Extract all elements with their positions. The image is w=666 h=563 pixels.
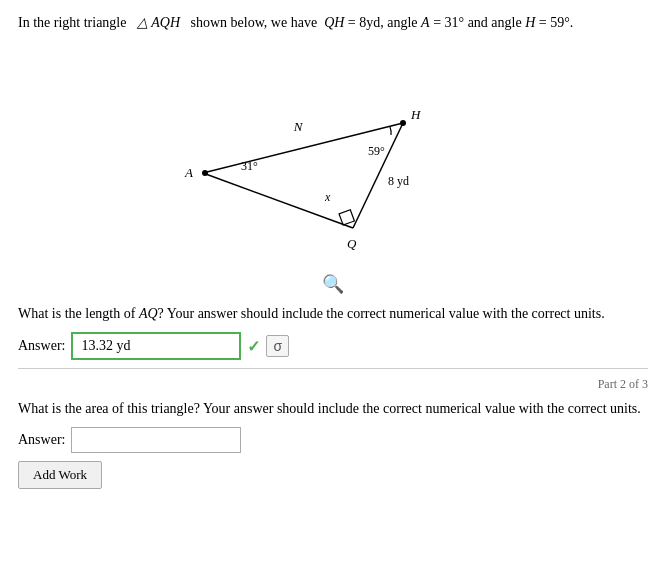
add-work-container: Add Work: [18, 461, 648, 489]
section-divider: [18, 368, 648, 369]
svg-point-4: [202, 170, 208, 176]
diagram-container: N H A 31° x 59° 8 yd Q: [18, 43, 648, 263]
label-h: H: [410, 107, 421, 122]
add-work-button[interactable]: Add Work: [18, 461, 102, 489]
label-x: x: [324, 190, 331, 204]
triangle-name: △ AQH: [137, 15, 180, 30]
qh-label: QH: [324, 15, 344, 30]
label-59deg: 59°: [368, 144, 385, 158]
answer2-label: Answer:: [18, 432, 65, 448]
question1-text: What is the length of AQ? Your answer sh…: [18, 303, 648, 324]
statement-middle: shown below, we have: [191, 15, 318, 30]
angle-h-label: H: [525, 15, 535, 30]
q1-prefix: What is the length of: [18, 306, 135, 321]
svg-rect-3: [339, 210, 354, 225]
label-31deg: 31°: [241, 159, 258, 173]
zoom-icon-container: 🔍: [18, 273, 648, 295]
answer2-input[interactable]: [71, 427, 241, 453]
answer1-input[interactable]: [71, 332, 241, 360]
svg-point-5: [400, 120, 406, 126]
problem-statement: In the right triangle △ AQH shown below,…: [18, 12, 648, 33]
check-icon: ✓: [247, 337, 260, 356]
statement-prefix: In the right triangle: [18, 15, 126, 30]
sigma-button[interactable]: σ: [266, 335, 289, 357]
svg-line-0: [203, 173, 353, 228]
q1-variable: AQ: [139, 306, 158, 321]
triangle-diagram: N H A 31° x 59° 8 yd Q: [173, 53, 493, 253]
question2-text: What is the area of this triangle? Your …: [18, 398, 648, 419]
answer1-label: Answer:: [18, 338, 65, 354]
label-n: N: [293, 119, 304, 134]
angle-a-label: A: [421, 15, 430, 30]
answer1-row: Answer: ✓ σ: [18, 332, 648, 360]
zoom-icon[interactable]: 🔍: [322, 273, 344, 295]
q1-suffix: ? Your answer should include the correct…: [158, 306, 605, 321]
page-container: In the right triangle △ AQH shown below,…: [0, 0, 666, 501]
answer2-row: Answer:: [18, 427, 648, 453]
part-label: Part 2 of 3: [18, 377, 648, 392]
label-a: A: [184, 165, 193, 180]
label-8yd: 8 yd: [388, 174, 409, 188]
label-q: Q: [347, 236, 357, 251]
